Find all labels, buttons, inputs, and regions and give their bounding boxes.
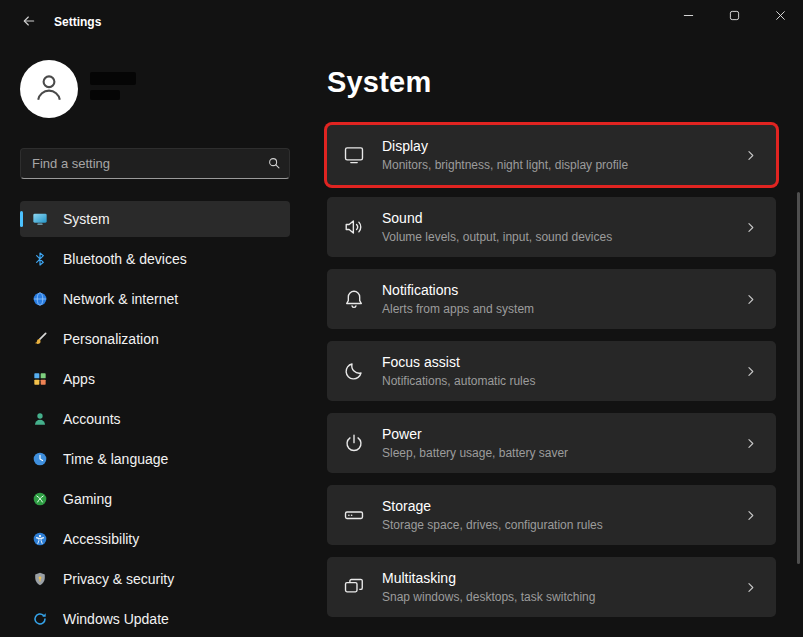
network-icon — [32, 291, 48, 307]
page-title: System — [327, 66, 776, 99]
minimize-button[interactable] — [665, 0, 711, 32]
sidebar-item-label: Bluetooth & devices — [63, 251, 187, 267]
sidebar-item-label: Windows Update — [63, 611, 169, 627]
gaming-icon — [32, 491, 48, 507]
sidebar-item-gaming[interactable]: Gaming — [20, 481, 290, 517]
chevron-right-icon — [743, 364, 758, 379]
system-icon — [32, 211, 48, 227]
bluetooth-icon — [32, 251, 48, 267]
card-text: PowerSleep, battery usage, battery saver — [382, 426, 568, 460]
settings-card-power[interactable]: PowerSleep, battery usage, battery saver — [327, 413, 776, 473]
sidebar-nav: SystemBluetooth & devicesNetwork & inter… — [20, 201, 290, 637]
card-text: SoundVolume levels, output, input, sound… — [382, 210, 612, 244]
sidebar-item-system[interactable]: System — [20, 201, 290, 237]
card-title: Power — [382, 426, 568, 442]
settings-window: Settings SystemBluetooth & devicesNetwor… — [0, 0, 803, 637]
selected-indicator — [20, 211, 23, 227]
main-content: System DisplayMonitors, brightness, nigh… — [312, 44, 803, 637]
card-subtitle: Alerts from apps and system — [382, 302, 534, 316]
privacy-security-icon — [32, 571, 48, 587]
sidebar-item-label: Gaming — [63, 491, 112, 507]
card-title: Sound — [382, 210, 612, 226]
back-button[interactable] — [14, 7, 44, 37]
app-title: Settings — [54, 15, 101, 29]
person-icon — [31, 69, 67, 109]
card-title: Multitasking — [382, 570, 595, 586]
card-text: NotificationsAlerts from apps and system — [382, 282, 534, 316]
window-controls — [665, 0, 803, 32]
sidebar-item-label: Network & internet — [63, 291, 178, 307]
card-subtitle: Snap windows, desktops, task switching — [382, 590, 595, 604]
back-arrow-icon — [21, 13, 37, 32]
chevron-right-icon — [743, 580, 758, 595]
notifications-icon — [343, 288, 365, 310]
settings-card-storage[interactable]: StorageStorage space, drives, configurat… — [327, 485, 776, 545]
sidebar-item-privacy-and-security[interactable]: Privacy & security — [20, 561, 290, 597]
sidebar-item-label: Apps — [63, 371, 95, 387]
personalization-icon — [32, 331, 48, 347]
card-subtitle: Volume levels, output, input, sound devi… — [382, 230, 612, 244]
settings-card-notifications[interactable]: NotificationsAlerts from apps and system — [327, 269, 776, 329]
card-text: MultitaskingSnap windows, desktops, task… — [382, 570, 595, 604]
search-icon[interactable] — [267, 156, 281, 170]
titlebar: Settings — [0, 0, 803, 44]
card-title: Focus assist — [382, 354, 535, 370]
display-icon — [343, 144, 365, 166]
chevron-right-icon — [743, 436, 758, 451]
close-button[interactable] — [757, 0, 803, 32]
apps-icon — [32, 371, 48, 387]
avatar[interactable] — [20, 60, 78, 118]
sidebar-item-label: Time & language — [63, 451, 168, 467]
maximize-icon — [729, 9, 740, 24]
card-title: Storage — [382, 498, 603, 514]
settings-card-multitasking[interactable]: MultitaskingSnap windows, desktops, task… — [327, 557, 776, 617]
search-box — [20, 148, 290, 179]
card-subtitle: Sleep, battery usage, battery saver — [382, 446, 568, 460]
sidebar-item-label: Accessibility — [63, 531, 139, 547]
card-subtitle: Monitors, brightness, night light, displ… — [382, 158, 628, 172]
titlebar-left: Settings — [14, 0, 101, 44]
card-subtitle: Notifications, automatic rules — [382, 374, 535, 388]
sidebar-item-label: Privacy & security — [63, 571, 174, 587]
focus-assist-icon — [343, 360, 365, 382]
card-text: StorageStorage space, drives, configurat… — [382, 498, 603, 532]
sidebar-item-windows-update[interactable]: Windows Update — [20, 601, 290, 637]
sound-icon — [343, 216, 365, 238]
sidebar-item-label: Accounts — [63, 411, 121, 427]
sidebar-item-label: System — [63, 211, 110, 227]
chevron-right-icon — [743, 148, 758, 163]
sidebar: SystemBluetooth & devicesNetwork & inter… — [0, 44, 312, 637]
sidebar-item-apps[interactable]: Apps — [20, 361, 290, 397]
scrollbar[interactable] — [797, 192, 800, 564]
accounts-icon — [32, 411, 48, 427]
multitasking-icon — [343, 576, 365, 598]
accessibility-icon — [32, 531, 48, 547]
card-text: DisplayMonitors, brightness, night light… — [382, 138, 628, 172]
sidebar-item-label: Personalization — [63, 331, 159, 347]
settings-card-display[interactable]: DisplayMonitors, brightness, night light… — [327, 125, 776, 185]
sidebar-item-bluetooth-and-devices[interactable]: Bluetooth & devices — [20, 241, 290, 277]
search-input[interactable] — [20, 148, 290, 179]
card-title: Display — [382, 138, 628, 154]
maximize-button[interactable] — [711, 0, 757, 32]
user-profile — [20, 60, 290, 146]
sidebar-item-time-and-language[interactable]: Time & language — [20, 441, 290, 477]
sidebar-item-network-and-internet[interactable]: Network & internet — [20, 281, 290, 317]
storage-icon — [343, 504, 365, 526]
chevron-right-icon — [743, 220, 758, 235]
settings-card-list: DisplayMonitors, brightness, night light… — [327, 125, 776, 617]
power-icon — [343, 432, 365, 454]
sidebar-item-accessibility[interactable]: Accessibility — [20, 521, 290, 557]
chevron-right-icon — [743, 508, 758, 523]
user-name-redacted — [90, 72, 136, 100]
card-title: Notifications — [382, 282, 534, 298]
windows-update-icon — [32, 611, 48, 627]
time-language-icon — [32, 451, 48, 467]
sidebar-item-accounts[interactable]: Accounts — [20, 401, 290, 437]
settings-card-focus-assist[interactable]: Focus assistNotifications, automatic rul… — [327, 341, 776, 401]
minimize-icon — [683, 9, 694, 24]
content-area: SystemBluetooth & devicesNetwork & inter… — [0, 44, 803, 637]
sidebar-item-personalization[interactable]: Personalization — [20, 321, 290, 357]
card-text: Focus assistNotifications, automatic rul… — [382, 354, 535, 388]
settings-card-sound[interactable]: SoundVolume levels, output, input, sound… — [327, 197, 776, 257]
